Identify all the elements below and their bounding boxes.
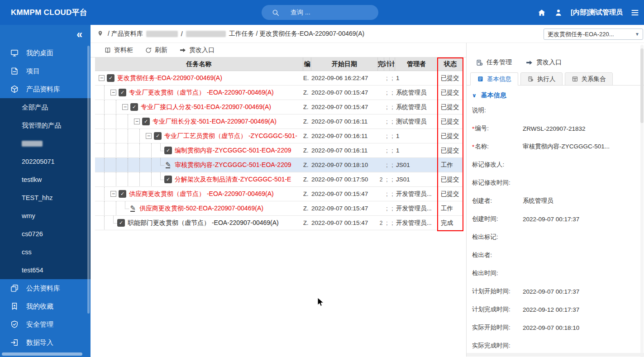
cabinet-icon	[104, 47, 111, 54]
task-code-fragment: Z.	[303, 86, 311, 100]
main-area: / 产品资料库 / 工作任务 / 更改贯彻任务-EOA-220907-00469…	[91, 25, 644, 357]
table-row[interactable]: 专业厂接口人分发-501-EOA-220907-00469(A) Z. 2022…	[95, 100, 463, 114]
section-title: 基本信息	[481, 91, 506, 100]
sidebar-subitem[interactable]	[0, 134, 91, 152]
global-search-input[interactable]: 查询 ...	[262, 5, 378, 20]
tree-expander-icon[interactable]	[122, 104, 128, 110]
task-c1-fragment	[378, 201, 384, 215]
sidebar-item[interactable]: 数据导入	[0, 333, 91, 352]
context-object-dropdown[interactable]: 更改贯彻任务-EOA-220... ▼	[544, 29, 643, 40]
table-row[interactable]: 职能部门更改贯彻（虚节点） -EOA-220907-00469(A) Z. 20…	[95, 216, 463, 230]
sidebar-bottom-items: 公共资料库 我的收藏 安全管理 数据导入	[0, 279, 91, 352]
table-row[interactable]: 审核贯彻内容-ZYCGGGC-501-EOA-2209 Z. 2022-09-0…	[95, 158, 463, 172]
tree-indent	[95, 129, 154, 143]
sidebar-subitem[interactable]: testlkw	[0, 171, 91, 189]
sidebar-item[interactable]: 项目	[0, 62, 91, 80]
sidebar-vertical-scrollbar[interactable]	[87, 46, 90, 314]
task-code-fragment: Z.	[303, 143, 311, 157]
breadcrumb-separator: /	[181, 30, 183, 38]
sidebar-subitem[interactable]: 全部产品	[0, 98, 91, 116]
task-manager: 系统管理员	[395, 86, 438, 100]
task-manager: 测试管理员	[395, 114, 438, 129]
form-field: *名称: 审核贯彻内容-ZYCGGGC-501...	[472, 138, 644, 156]
panel-tab[interactable]: 执行人	[520, 72, 563, 86]
sidebar-subitem[interactable]: 我管理的产品	[0, 116, 91, 134]
table-row[interactable]: 供应商更改贯彻（虚节点） -EOA-220907-00469(A) Z. 202…	[95, 187, 463, 201]
table-row[interactable]: 分解架次及在制品清查-ZYCGGGC-501-E Z. 2022-09-07 0…	[95, 172, 463, 187]
tree-guide-line	[99, 201, 110, 215]
breadcrumb-segment-library[interactable]: / 产品资料库	[108, 30, 143, 38]
task-manager: 开发管理员...	[395, 187, 438, 201]
toolbar-button[interactable]: 资料柜	[104, 46, 133, 54]
tree-expander-icon[interactable]	[110, 90, 116, 95]
toolbar-button[interactable]: 贯改入口	[179, 46, 215, 54]
tree-expander-icon[interactable]	[110, 191, 116, 197]
column-header-name[interactable]: 任务名称	[95, 57, 303, 71]
tree-indent	[95, 201, 129, 215]
sidebar-subitem[interactable]: css	[0, 243, 91, 261]
task-c1-fragment	[378, 71, 384, 85]
task-c2-fragment: ;	[384, 86, 390, 100]
sidebar-collapse-button[interactable]: «	[0, 25, 91, 44]
tree-expander-icon[interactable]	[146, 133, 152, 139]
tree-expander-icon[interactable]	[134, 119, 140, 124]
panel-tab[interactable]: 关系集合	[565, 72, 613, 86]
column-header-start-date[interactable]: 开始日期	[311, 57, 378, 71]
sidebar-subitem[interactable]: 202205071	[0, 152, 91, 171]
desktop-icon	[10, 48, 19, 57]
task-manager: 系统管理员	[395, 100, 438, 114]
sidebar-item-label: 我的桌面	[26, 49, 53, 57]
sidebar-item[interactable]: 我的桌面	[0, 44, 91, 62]
sidebar-subitem[interactable]: cs0726	[0, 225, 91, 243]
panel-horizontal-scrollbar[interactable]	[467, 353, 644, 357]
table-row[interactable]: 专业厂工艺员贯彻（虚节点） -ZYCGGGC-501- Z. 2022-09-0…	[95, 129, 463, 143]
panel-action-button[interactable]: 任务管理	[476, 58, 512, 67]
task-code-fragment: Z.	[303, 129, 311, 143]
sidebar-item[interactable]: 产品资料库	[0, 80, 91, 98]
tree-expander-icon[interactable]	[99, 75, 105, 81]
sidebar-item[interactable]: 安全管理	[0, 315, 91, 333]
task-c1-fragment	[378, 86, 384, 100]
user-icon[interactable]	[554, 8, 563, 17]
field-label: 创建者:	[472, 197, 492, 205]
task-status: 工作	[438, 201, 463, 215]
task-status: 已提交	[438, 172, 463, 186]
table-row[interactable]: 编制贯彻内容-ZYCGGGC-501-EOA-2209 Z. 2022-09-0…	[95, 143, 463, 158]
basic-info-section-header[interactable]: ∨ 基本信息	[467, 86, 644, 100]
column-header-c3[interactable]: 计	[390, 57, 395, 71]
column-header-c1[interactable]: 完	[378, 57, 384, 71]
toolbar-button[interactable]: 刷新	[145, 46, 167, 54]
sidebar-subitem-label: css	[22, 248, 32, 256]
panel-vertical-scrollbar[interactable]	[640, 45, 644, 357]
tree-indent	[95, 172, 164, 186]
refresh-icon	[145, 47, 152, 54]
table-row[interactable]: 专业厂更改贯彻（虚节点） -EOA-220907-00469(A) Z. 202…	[95, 86, 463, 100]
sidebar-subitem-label: TEST_hhz	[22, 194, 53, 201]
sidebar-horizontal-scrollbar[interactable]	[2, 352, 82, 356]
sidebar-subitem-label: test654	[22, 267, 43, 274]
table-row[interactable]: 供应商更改贯彻-502-EOA-220907-00469(A) Z. 2022-…	[95, 201, 463, 216]
task-name: 分解架次及在制品清查-ZYCGGGC-501-E	[175, 176, 291, 184]
column-header-manager[interactable]: 管理者	[395, 57, 438, 71]
column-header-code[interactable]: 编	[303, 57, 311, 71]
tree-guide-line	[146, 172, 157, 186]
form-field: *实际开始时间: 2022-09-07 00:18:10	[472, 319, 644, 337]
panel-tab[interactable]: 基本信息	[470, 72, 518, 86]
breadcrumb-segment-task[interactable]: 工作任务 / 更改贯彻任务-EOA-220907-00469(A)	[229, 30, 365, 38]
sidebar-subitem[interactable]: TEST_hhz	[0, 189, 91, 207]
sidebar-item[interactable]: 公共资料库	[0, 279, 91, 297]
menu-icon[interactable]	[630, 8, 639, 17]
home-icon[interactable]	[537, 8, 546, 17]
column-header-c2[interactable]: 计	[384, 57, 390, 71]
panel-action-button[interactable]: 贯改入口	[525, 58, 562, 67]
field-label: 计划开始时间:	[472, 287, 510, 295]
table-row[interactable]: 更改贯彻任务-EOA-220907-00469(A) E. 2022-09-06…	[95, 71, 463, 86]
sidebar-subitem-label	[22, 141, 43, 147]
task-c2-fragment: ;	[384, 114, 390, 129]
sidebar-subitem[interactable]: wmy	[0, 207, 91, 225]
column-header-status[interactable]: 状态	[438, 57, 463, 71]
sidebar-subitem[interactable]: test654	[0, 261, 91, 279]
sidebar-item[interactable]: 我的收藏	[0, 297, 91, 315]
task-start-date: 2022-09-07 00:15:47	[311, 100, 378, 114]
table-row[interactable]: 专业厂组长分发-501-EOA-220907-00469(A) Z. 2022-…	[95, 114, 463, 129]
